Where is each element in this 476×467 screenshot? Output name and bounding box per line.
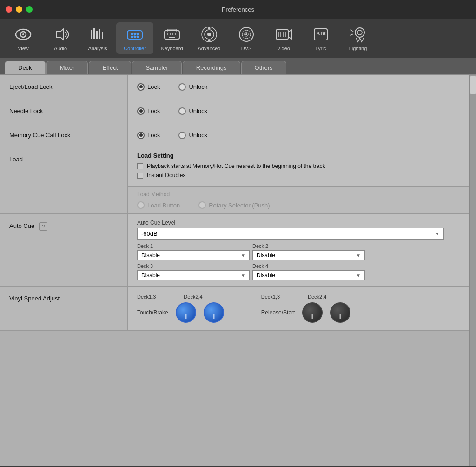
release-start-deck13-header: Deck1,3 <box>261 294 280 300</box>
scroll-thumb[interactable] <box>470 76 476 94</box>
toolbar-item-audio[interactable]: Audio <box>42 22 79 54</box>
toolbar-item-lighting[interactable]: Lighting <box>339 22 377 54</box>
toolbar-item-video[interactable]: Video <box>265 22 302 54</box>
needle-lock-control: Lock Unlock <box>128 99 469 123</box>
auto-cue-level-title: Auto Cue Level <box>137 220 444 226</box>
dvs-icon <box>237 25 256 44</box>
load-checkbox-1-label: Playback starts at Memory/Hot Cue neares… <box>147 163 325 169</box>
auto-cue-help-badge[interactable]: ? <box>39 222 47 231</box>
load-button-radio <box>137 201 145 209</box>
eject-load-lock-option[interactable]: Lock <box>137 83 160 91</box>
needle-lock-label: Needle Lock <box>0 99 128 123</box>
load-checkbox-1[interactable]: Playback starts at Memory/Hot Cue neares… <box>137 163 460 169</box>
maximize-button[interactable] <box>26 6 33 13</box>
svg-rect-5 <box>93 28 95 39</box>
window-controls <box>6 6 33 13</box>
svg-point-13 <box>134 36 136 38</box>
toolbar-item-lyric[interactable]: ABC Lyric <box>302 22 339 54</box>
minimize-button[interactable] <box>16 6 22 13</box>
eject-load-radio-group: Lock Unlock <box>137 83 207 91</box>
load-top: Load Setting Playback starts at Memory/H… <box>128 147 469 186</box>
auto-cue-level-section: Auto Cue Level -60dB ▼ <box>137 220 444 240</box>
deck-1-arrow: ▼ <box>241 253 245 258</box>
window-title: Preferences <box>222 6 254 13</box>
svg-point-10 <box>131 33 133 35</box>
release-start-label: Release/Start <box>261 309 295 316</box>
memory-cue-radio-group: Lock Unlock <box>137 132 207 139</box>
svg-line-44 <box>350 30 353 32</box>
auto-cue-deck-3: Deck 3 Disable ▼ <box>137 263 250 280</box>
memory-cue-label: Memory Cue Call Lock <box>0 123 128 147</box>
tabs-bar: Deck Mixer Effect Sampler Recordings Oth… <box>0 58 476 75</box>
toolbar-item-advanced[interactable]: Advanced <box>191 22 228 54</box>
needle-lock-row: Needle Lock Lock Unlock <box>0 99 469 123</box>
memory-cue-unlock-radio[interactable] <box>178 132 186 139</box>
svg-point-25 <box>207 33 211 36</box>
auto-cue-deck-grid: Deck 1 Disable ▼ Deck 2 Disable ▼ <box>137 243 365 280</box>
memory-cue-lock-option[interactable]: Lock <box>137 132 160 139</box>
close-button[interactable] <box>6 6 12 13</box>
eject-load-unlock-radio[interactable] <box>178 83 186 91</box>
vinyl-speed-control: Deck1,3 Deck2,4 Touch/Brake Deck1,3 <box>128 287 469 330</box>
needle-lock-unlock-option[interactable]: Unlock <box>178 107 207 115</box>
toolbar-item-analysis[interactable]: Analysis <box>79 22 116 54</box>
svg-marker-3 <box>57 29 64 40</box>
svg-point-2 <box>22 33 24 35</box>
toolbar-item-controller[interactable]: Controller <box>116 22 153 54</box>
load-method-radio-group: Load Button Rotary Selector (Push) <box>137 201 460 209</box>
needle-lock-unlock-radio[interactable] <box>178 107 186 115</box>
audio-icon <box>51 25 70 44</box>
load-checkbox-2[interactable]: Instant Doubles <box>137 172 460 179</box>
tab-sampler[interactable]: Sampler <box>132 61 181 74</box>
auto-cue-label: Auto Cue ? <box>0 214 128 286</box>
scrollbar[interactable] <box>469 75 476 466</box>
deck-4-select[interactable]: Disable ▼ <box>252 270 365 280</box>
toolbar: View Audio Analysis <box>0 19 476 58</box>
needle-lock-lock-radio[interactable] <box>137 107 145 115</box>
load-checkbox-1-box[interactable] <box>137 163 143 169</box>
tab-mixer[interactable]: Mixer <box>46 61 88 74</box>
eject-load-label: Eject/Load Lock <box>0 75 128 99</box>
load-checkbox-2-box[interactable] <box>137 173 143 179</box>
svg-point-29 <box>208 40 211 42</box>
memory-cue-lock-radio[interactable] <box>137 132 145 139</box>
tab-others[interactable]: Others <box>241 61 286 74</box>
load-control: Load Setting Playback starts at Memory/H… <box>128 147 469 213</box>
toolbar-item-dvs[interactable]: DVS <box>228 22 265 54</box>
controller-label: Controller <box>124 46 146 51</box>
deck-1-select[interactable]: Disable ▼ <box>137 250 250 260</box>
deck-2-value: Disable <box>257 252 275 259</box>
release-start-knob-deck24[interactable] <box>330 302 350 323</box>
touch-brake-knob-deck24[interactable] <box>204 302 224 323</box>
touch-brake-deck24-header: Deck2,4 <box>184 294 202 300</box>
needle-lock-unlock-label: Unlock <box>189 107 207 114</box>
tab-effect[interactable]: Effect <box>89 61 131 74</box>
svg-text:ABC: ABC <box>316 30 328 37</box>
release-start-knob-deck13[interactable] <box>302 302 323 323</box>
tab-recordings[interactable]: Recordings <box>183 61 240 74</box>
needle-lock-lock-label: Lock <box>147 107 160 114</box>
needle-lock-lock-option[interactable]: Lock <box>137 107 160 115</box>
lighting-icon <box>349 25 367 44</box>
toolbar-item-view[interactable]: View <box>5 22 42 54</box>
memory-cue-row: Memory Cue Call Lock Lock Unlock <box>0 123 469 147</box>
vinyl-speed-row: Vinyl Speed Adjust Deck1,3 Deck2,4 Touch… <box>0 287 469 331</box>
eject-load-unlock-option[interactable]: Unlock <box>178 83 207 91</box>
keyboard-icon <box>163 25 181 44</box>
deck-3-select[interactable]: Disable ▼ <box>137 270 250 280</box>
load-method-title: Load Method <box>137 191 460 198</box>
analysis-label: Analysis <box>88 46 107 51</box>
deck-4-arrow: ▼ <box>356 273 361 278</box>
tab-deck[interactable]: Deck <box>5 61 46 74</box>
deck-2-select[interactable]: Disable ▼ <box>252 250 365 260</box>
toolbar-item-keyboard[interactable]: Keyboard <box>153 22 191 54</box>
svg-rect-7 <box>99 29 100 39</box>
auto-cue-level-select[interactable]: -60dB ▼ <box>137 228 444 240</box>
deck-2-arrow: ▼ <box>356 253 361 258</box>
eject-load-lock-radio[interactable] <box>137 83 145 91</box>
deck-4-label: Deck 4 <box>252 263 365 269</box>
lyric-label: Lyric <box>316 46 326 51</box>
touch-brake-knob-deck13[interactable] <box>176 302 196 323</box>
memory-cue-unlock-option[interactable]: Unlock <box>178 132 207 139</box>
svg-point-42 <box>355 28 364 37</box>
